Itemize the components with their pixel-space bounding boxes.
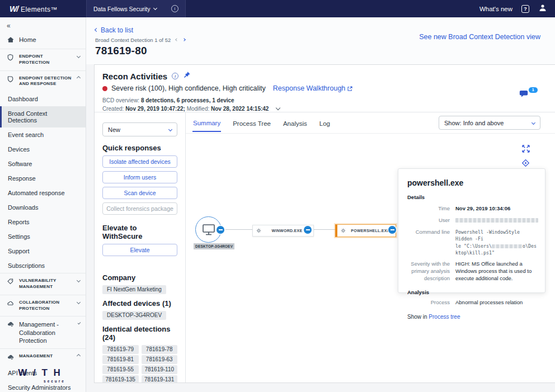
sidebar-item-support[interactable]: Support bbox=[0, 244, 86, 258]
chevron-down-icon bbox=[77, 300, 81, 304]
show-filter-select[interactable]: Show: Info and above bbox=[439, 116, 540, 130]
sidebar-item-broad-context-detections[interactable]: Broad Context Detections bbox=[0, 106, 86, 127]
modified-label: Modified: bbox=[187, 106, 210, 112]
show-in-row: Show in Process tree bbox=[407, 314, 536, 320]
shield-icon bbox=[7, 54, 15, 61]
sidebar-section-collaboration-protection[interactable]: COLLABORATION PROTECTION bbox=[0, 295, 86, 317]
company-chip: FI NextGen Marketing bbox=[102, 285, 166, 294]
sidebar-item-reports[interactable]: Reports bbox=[0, 215, 86, 229]
back-to-list-link[interactable]: Back to list bbox=[95, 26, 133, 34]
sidebar-section-endpoint-protection[interactable]: ENDPOINT PROTECTION bbox=[0, 49, 86, 70]
process-details-panel: powershell.exe Details Time Nov 29, 2019… bbox=[398, 168, 545, 293]
center-view-icon[interactable] bbox=[521, 159, 530, 168]
cloud-gear-icon bbox=[7, 320, 15, 328]
see-new-bcd-view-link[interactable]: See new Broad Context Detection view bbox=[419, 33, 540, 41]
process-tree-link[interactable]: Process tree bbox=[429, 314, 460, 320]
company-info-icon[interactable]: i bbox=[171, 5, 178, 12]
expand-overview-button[interactable] bbox=[276, 104, 280, 112]
severity-description-label: Severity with the primary analysis descr… bbox=[407, 261, 450, 282]
detection-chip[interactable]: 781619-79 bbox=[102, 345, 139, 354]
command-line-value: Powershell -WindowStyle Hidden -Fi le "C… bbox=[455, 229, 538, 257]
pin-icon[interactable] bbox=[183, 71, 191, 81]
next-detection-button[interactable] bbox=[182, 38, 186, 41]
chevron-down-icon bbox=[168, 127, 172, 131]
tab-analysis[interactable]: Analysis bbox=[283, 115, 308, 131]
sidebar-item-devices[interactable]: Devices bbox=[0, 142, 86, 157]
detection-chip[interactable]: 781619-131 bbox=[142, 375, 178, 383]
process-gear-icon bbox=[341, 228, 346, 233]
sidebar-item-settings[interactable]: Settings bbox=[0, 229, 86, 244]
withsecure-logo-sub: secure bbox=[29, 379, 80, 383]
path-redacted bbox=[492, 244, 523, 248]
detection-chip[interactable]: 781619-81 bbox=[102, 355, 139, 364]
main-area: Back to list Broad Context Detection 1 o… bbox=[86, 17, 555, 392]
top-bar: W/ Elements™ Data Fellows Security i Wha… bbox=[0, 0, 555, 17]
comments-button[interactable]: 1 bbox=[519, 87, 538, 99]
collapse-node-button[interactable] bbox=[388, 226, 396, 234]
process-value: Abnormal processes relation bbox=[455, 299, 536, 306]
user-profile-icon[interactable] bbox=[538, 3, 547, 15]
chevron-down-icon bbox=[78, 322, 81, 325]
show-filter-value: Show: Info and above bbox=[444, 120, 504, 126]
modified-value: Nov 28, 2022 14:15:42 bbox=[211, 106, 269, 112]
detection-chip[interactable]: 781619-135 bbox=[102, 375, 139, 383]
tab-process-tree[interactable]: Process Tree bbox=[232, 115, 271, 131]
sidebar-section-edr[interactable]: ENDPOINT DETECTION AND RESPONSE bbox=[0, 70, 86, 92]
process-node-powershell-selected[interactable]: POWERSHELL.EXE bbox=[335, 224, 396, 237]
process-tree-canvas[interactable]: DESKTOP-3G4ROEV WINWORD.EXE POWERSHELL.E… bbox=[186, 134, 555, 382]
user-value-redacted bbox=[455, 218, 538, 223]
collapse-node-button[interactable] bbox=[304, 226, 312, 234]
inform-users-button[interactable]: Inform users bbox=[102, 171, 177, 183]
logo-name: Elements™ bbox=[21, 6, 58, 13]
whats-new-link[interactable]: What's new bbox=[479, 6, 512, 12]
process-label: Process bbox=[407, 299, 450, 306]
collapse-node-button[interactable] bbox=[217, 226, 224, 234]
chevron-up-icon bbox=[77, 354, 81, 358]
elevate-heading: Elevate to WithSecure bbox=[102, 224, 177, 240]
help-icon[interactable]: ? bbox=[521, 5, 529, 13]
sidebar-item-software[interactable]: Software bbox=[0, 157, 86, 171]
sidebar-section-label: ENDPOINT DETECTION AND RESPONSE bbox=[19, 75, 72, 88]
severity-description-value: HIGH: MS Office launched a Windows proce… bbox=[455, 261, 538, 282]
tabs-row: Summary Process Tree Analysis Log Show: … bbox=[186, 112, 555, 134]
sidebar-item-response[interactable]: Response bbox=[0, 171, 86, 186]
info-icon[interactable]: i bbox=[172, 73, 178, 79]
sidebar-item-event-search[interactable]: Event search bbox=[0, 127, 86, 142]
prev-detection-button[interactable] bbox=[175, 38, 178, 41]
affected-device-chip[interactable]: DESKTOP-3G4ROEV bbox=[102, 311, 166, 320]
sidebar-section-management-collaboration[interactable]: Management - Collaboration Protection bbox=[0, 316, 86, 348]
detection-header: Recon Activities i Severe risk (100), Hi… bbox=[95, 65, 555, 112]
sidebar-item-home[interactable]: Home bbox=[0, 32, 86, 49]
detection-chip[interactable]: 781619-63 bbox=[142, 355, 178, 364]
scan-device-button[interactable]: Scan device bbox=[102, 187, 177, 199]
withsecure-logo: W / T H secure bbox=[0, 367, 80, 383]
response-walkthrough-link[interactable]: Response Walkthrough bbox=[273, 84, 353, 92]
detection-chip[interactable]: 781619-55 bbox=[102, 365, 139, 374]
sidebar-item-automated-response[interactable]: Automated response bbox=[0, 186, 86, 200]
status-select[interactable]: New bbox=[102, 122, 177, 136]
detection-chip[interactable]: 781619-110 bbox=[142, 365, 178, 374]
company-selector[interactable]: Data Fellows Security i bbox=[86, 0, 186, 17]
time-label: Time bbox=[407, 205, 450, 212]
sidebar-collapse-button[interactable]: « bbox=[0, 17, 86, 32]
user-label: User bbox=[407, 217, 450, 224]
severity-text: Severe risk (100), High confidence, High… bbox=[111, 84, 266, 92]
sidebar-section-management[interactable]: MANAGEMENT bbox=[0, 348, 86, 366]
cloud-icon bbox=[7, 300, 15, 307]
isolate-devices-button[interactable]: Isolate affected devices bbox=[102, 155, 177, 168]
sidebar-item-downloads[interactable]: Downloads bbox=[0, 200, 86, 215]
expand-fullscreen-icon[interactable] bbox=[521, 144, 530, 153]
device-node-label[interactable]: DESKTOP-3G4ROEV bbox=[194, 243, 234, 249]
tab-summary[interactable]: Summary bbox=[192, 114, 221, 132]
created-value: Nov 29, 2019 10:47:22; bbox=[125, 106, 185, 112]
monitor-icon bbox=[201, 223, 216, 237]
time-value: Nov 29, 2019 10:34:06 bbox=[455, 205, 538, 212]
sidebar-section-vulnerability-management[interactable]: VULNERABILITY MANAGEMENT bbox=[0, 273, 86, 295]
tab-log[interactable]: Log bbox=[319, 115, 331, 131]
elevate-button[interactable]: Elevate bbox=[102, 244, 177, 256]
collect-forensics-button[interactable]: Collect forensics package bbox=[102, 202, 177, 215]
sidebar-item-subscriptions[interactable]: Subscriptions bbox=[0, 258, 86, 273]
sidebar-section-label: ENDPOINT PROTECTION bbox=[19, 54, 72, 66]
detection-chip[interactable]: 781619-78 bbox=[142, 345, 178, 354]
sidebar-item-dashboard[interactable]: Dashboard bbox=[0, 92, 86, 106]
